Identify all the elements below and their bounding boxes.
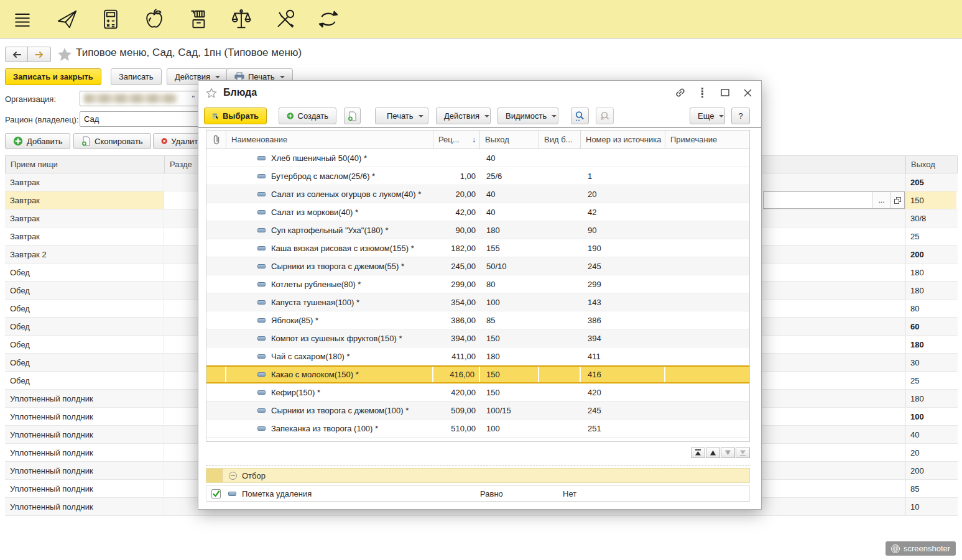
organization-field[interactable]: "	[80, 91, 199, 106]
dishes-table-header: Наименование Рец... ↓ Выход Вид б... Ном…	[206, 131, 749, 149]
dish-row[interactable]: Сырники из творога с джемом(55) *245,005…	[206, 257, 749, 275]
dish-row[interactable]: Запеканка из творога (100) *510,00100251	[206, 420, 749, 438]
cart-icon[interactable]	[185, 7, 210, 32]
send-icon[interactable]	[55, 7, 80, 32]
close-icon[interactable]	[741, 86, 754, 99]
collapse-icon[interactable]	[229, 472, 237, 480]
source-column-header[interactable]: Номер из источника	[581, 131, 665, 149]
source-number-cell: 20	[581, 185, 665, 203]
dish-row[interactable]: Бутерброд с маслом(25/6) *1,0025/61	[206, 167, 749, 185]
attachment-cell	[206, 239, 226, 257]
output-column-header[interactable]: Выход	[480, 131, 539, 149]
search-cancel-button[interactable]	[596, 108, 614, 124]
dish-row[interactable]: Каша вязкая рисовая с изюмом(155) *182,0…	[206, 239, 749, 257]
dish-row[interactable]: Суп картофельный "Уха"(180) *90,0018090	[206, 221, 749, 239]
create-button[interactable]: Создать	[279, 108, 336, 124]
dish-row[interactable]: Капуста тушеная(100) *354,00100143	[206, 293, 749, 311]
go-first-button[interactable]	[691, 448, 705, 458]
kind-cell	[539, 167, 581, 185]
attachment-cell	[206, 293, 226, 311]
favorite-star-icon[interactable]	[57, 47, 72, 62]
calculator-icon[interactable]	[98, 7, 123, 32]
select-button[interactable]: Выбрать	[204, 108, 267, 124]
save-button[interactable]: Записать	[111, 68, 162, 85]
dialog-titlebar: Блюда	[198, 81, 761, 104]
dish-row[interactable]: Сырники из творога с джемом(100) *509,00…	[206, 402, 749, 420]
dish-row[interactable]: Котлеты рубленые(80) *299,0080299	[206, 275, 749, 293]
kind-cell	[539, 203, 581, 221]
dish-row[interactable]: Салат из моркови(40) *42,004042	[206, 203, 749, 221]
note-cell	[665, 275, 749, 293]
kind-cell	[539, 149, 581, 167]
output-cell: 30/8	[905, 209, 956, 227]
dish-row[interactable]: Компот из сушеных фруктов(150) *394,0015…	[206, 329, 749, 347]
sync-icon[interactable]	[316, 7, 341, 32]
source-number-cell: 42	[581, 203, 665, 221]
name-column-header[interactable]: Наименование	[226, 131, 433, 149]
filter-row[interactable]: Пометка удаления Равно Нет	[206, 485, 750, 502]
item-dash-icon	[257, 174, 266, 178]
dish-name-cell: Кефир(150) *	[226, 383, 433, 401]
open-value-button[interactable]	[890, 192, 904, 208]
col-output[interactable]: Выход	[905, 156, 957, 173]
go-last-button[interactable]	[736, 448, 750, 458]
meal-cell: Обед	[5, 318, 164, 335]
organization-label: Организация:	[5, 94, 56, 104]
output-cell: 180	[905, 282, 956, 299]
dish-name: Хлеб пшеничный 50(40) *	[271, 154, 367, 163]
rec-number-cell: 509,00	[433, 402, 480, 419]
help-button[interactable]: ?	[731, 108, 750, 124]
note-cell	[665, 383, 749, 401]
dish-name: Капуста тушеная(100) *	[271, 298, 359, 307]
ration-value: Сад	[84, 114, 99, 124]
ellipsis-button[interactable]: ...	[872, 192, 890, 208]
attachment-column-header[interactable]	[206, 131, 226, 149]
rec-column-header[interactable]: Рец... ↓	[433, 131, 480, 149]
forward-button[interactable]	[28, 47, 51, 62]
link-icon[interactable]	[674, 86, 687, 99]
output-cell: 40	[480, 185, 539, 203]
more-button[interactable]: Еще	[690, 108, 725, 124]
dish-row[interactable]: Какао с молоком(150) *416,00150416	[206, 365, 749, 383]
output-cell: 150	[480, 367, 539, 382]
rec-column-label: Рец...	[438, 135, 460, 144]
item-dash-icon	[257, 372, 266, 377]
dish-row[interactable]: Яблоки(85) *386,0085386	[206, 311, 749, 329]
output-cell: 40	[905, 426, 956, 443]
back-button[interactable]	[5, 47, 28, 62]
add-button[interactable]: Добавить	[5, 133, 70, 149]
apple-icon[interactable]	[142, 7, 167, 32]
dish-row[interactable]: Кефир(150) *420,00150420	[206, 383, 749, 402]
col-meal[interactable]: Прием пищи	[6, 156, 165, 173]
kind-column-header[interactable]: Вид б...	[539, 131, 581, 149]
dish-row[interactable]: Чай с сахаром(180) *411,00180411	[206, 347, 749, 365]
create-copy-button[interactable]	[344, 108, 361, 124]
note-cell	[665, 311, 749, 329]
search-button[interactable]	[571, 108, 589, 124]
dish-row[interactable]: Хлеб пшеничный 50(40) *40	[206, 149, 749, 167]
kind-cell	[539, 347, 581, 365]
ration-field[interactable]: Сад	[80, 111, 199, 127]
go-up-button[interactable]	[706, 448, 720, 458]
kind-cell	[539, 221, 581, 239]
menu-icon[interactable]	[10, 7, 35, 32]
filter-group-header[interactable]: Отбор	[206, 468, 750, 483]
visibility-button[interactable]: Видимость	[497, 108, 558, 124]
dialog-print-button[interactable]: Печать	[375, 108, 428, 124]
go-down-button[interactable]	[721, 448, 735, 458]
dish-row[interactable]: Салат из соленых огурцов с луком(40) *20…	[206, 185, 749, 203]
output-cell: 100	[905, 408, 956, 425]
filter-checkbox[interactable]	[211, 489, 221, 498]
meal-cell: Уплотненный полдник	[5, 498, 164, 515]
favorite-star-outline-icon[interactable]	[206, 88, 217, 98]
dialog-actions-button[interactable]: Действия	[436, 108, 491, 124]
copy-button[interactable]: Скопировать	[73, 133, 151, 149]
scales-icon[interactable]	[229, 7, 254, 32]
more-dots-icon[interactable]	[696, 86, 709, 99]
tools-icon[interactable]	[272, 7, 297, 32]
dish-name-cell: Какао с молоком(150) *	[226, 367, 433, 382]
note-column-header[interactable]: Примечание	[665, 131, 749, 149]
maximize-icon[interactable]	[719, 86, 731, 99]
dish-name: Салат из моркови(40) *	[271, 208, 358, 217]
save-close-button[interactable]: Записать и закрыть	[5, 68, 101, 85]
